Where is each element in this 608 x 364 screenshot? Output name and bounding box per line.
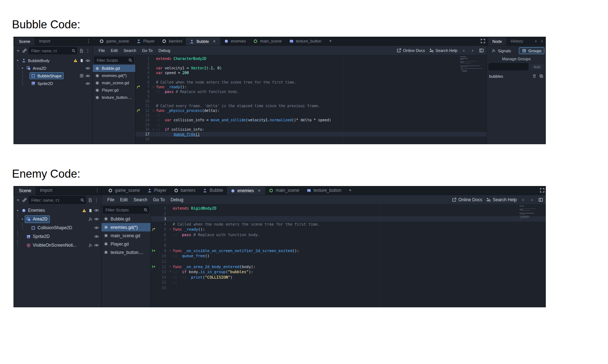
code-line[interactable]: 15»| (151, 280, 546, 285)
code-line[interactable]: 18 (136, 137, 487, 141)
code-editor[interactable]: 1extends CharacterBody2D23var velocity1 … (136, 55, 487, 144)
scene-tree-row[interactable]: BubbleShape (13, 72, 92, 80)
new-tab-button[interactable]: + (325, 37, 336, 45)
code-line[interactable]: 4# Called when the node enters the scene… (151, 222, 546, 227)
script-list-item[interactable]: main_scene.gd (93, 79, 135, 86)
script-list-item[interactable]: enemies.gd(*) (101, 223, 151, 231)
script-list-item[interactable]: Player.gd (93, 86, 135, 94)
forward-icon[interactable]: › (540, 39, 544, 44)
search-help-button[interactable]: Search Help (429, 48, 457, 53)
dots-icon[interactable]: ⋮ (95, 188, 100, 193)
script-list-item[interactable]: enemies.gd(*) (93, 72, 135, 79)
eye-icon[interactable] (94, 243, 99, 248)
override-icon[interactable] (152, 227, 156, 232)
scene-tree-row[interactable]: ▾BubbleBody (13, 57, 92, 64)
code-line[interactable]: 17»|»|queue_free() (136, 132, 487, 137)
trash-icon[interactable] (532, 74, 537, 78)
dock-tab-history[interactable]: History (506, 37, 527, 45)
instance-scene-icon[interactable] (22, 48, 27, 53)
scene-tree-row[interactable]: Sprite2D (13, 80, 92, 87)
scene-tab-texture_button[interactable]: texture_button (303, 186, 345, 195)
script-badge-icon[interactable] (88, 208, 93, 213)
code-line[interactable]: 2 (136, 61, 487, 66)
forward-icon[interactable]: › (470, 48, 475, 53)
panel-toggle-icon[interactable] (538, 197, 543, 202)
eye-icon[interactable] (85, 66, 90, 70)
dots-icon[interactable]: ⋮ (94, 198, 99, 202)
group-row[interactable]: bubbles (487, 72, 546, 80)
add-node-icon[interactable]: + (16, 198, 20, 202)
override-icon[interactable] (136, 108, 141, 113)
code-line[interactable]: 1extends CharacterBody2D (136, 56, 487, 61)
scene-tab-Player[interactable]: Player (133, 37, 158, 45)
signals-tab-button[interactable]: Signals (488, 47, 514, 54)
menu-file[interactable]: File (96, 48, 108, 53)
scene-filter-input[interactable] (29, 196, 86, 204)
menu-go-to[interactable]: Go To (139, 48, 156, 53)
scene-tree-row[interactable]: Sprite2D (13, 232, 101, 241)
code-line[interactable]: 14»|»|print("COLLISION") (151, 275, 546, 280)
copy-icon[interactable] (539, 74, 544, 78)
group-name-input[interactable] (489, 63, 528, 70)
scene-tab-texture_button[interactable]: texture_button (285, 37, 325, 45)
menu-search[interactable]: Search (131, 197, 150, 202)
back-icon[interactable]: ‹ (521, 197, 525, 202)
scene-tab-Bubble[interactable]: Bubble× (186, 37, 220, 45)
code-line[interactable]: 4var speed = 200 (136, 70, 487, 75)
eye-icon[interactable] (94, 234, 99, 239)
scene-tab-barriers[interactable]: barriers (170, 186, 199, 195)
script-list-item[interactable]: texture_button.... (93, 94, 135, 101)
dock-tab-node[interactable]: Node (488, 37, 506, 45)
scene-filter-input[interactable] (29, 47, 77, 54)
eye-icon[interactable] (94, 226, 99, 230)
scene-tab-game_scene[interactable]: game_scene (96, 37, 133, 45)
groups-tab-button[interactable]: Groups (519, 47, 544, 54)
code-editor[interactable]: 1extends RigidBody2D234# Called when the… (151, 205, 546, 307)
close-icon[interactable]: × (257, 189, 261, 193)
code-line[interactable]: 12▾func _on_area_2d_body_entered(body): (151, 264, 546, 270)
expander-icon[interactable]: ▾ (15, 209, 20, 212)
scene-tab-Player[interactable]: Player (144, 186, 170, 195)
signal-badge-icon[interactable] (88, 217, 93, 222)
online-docs-button[interactable]: Online Docs (397, 48, 425, 53)
eye-icon[interactable] (85, 58, 90, 63)
code-line[interactable]: 11 (151, 259, 546, 264)
attach-script-icon[interactable] (79, 48, 84, 53)
scene-tab-main_scene[interactable]: main_scene (249, 37, 285, 45)
expander-icon[interactable]: ▾ (20, 218, 25, 221)
back-icon[interactable]: ‹ (533, 39, 538, 44)
script-list-item[interactable]: Bubble.gd (101, 215, 151, 223)
menu-go-to[interactable]: Go To (150, 197, 168, 202)
code-minimap[interactable] (460, 56, 485, 72)
fold-toggle[interactable]: ▾ (151, 127, 156, 132)
eye-icon[interactable] (94, 208, 99, 213)
online-docs-button[interactable]: Online Docs (452, 197, 482, 202)
dock-tab-import[interactable]: Import (35, 37, 55, 45)
dock-tab-scene[interactable]: Scene (15, 187, 36, 195)
script-list-item[interactable]: Bubble.gd (93, 65, 135, 72)
scene-tab-Bubble[interactable]: Bubble (199, 186, 227, 195)
expander-icon[interactable]: ▾ (20, 66, 25, 70)
code-line[interactable]: 5 (136, 75, 487, 80)
filter-scripts-input[interactable] (103, 206, 149, 214)
code-line[interactable]: 6# Called when the node enters the scene… (136, 80, 487, 85)
code-line[interactable]: 9 (136, 94, 487, 99)
code-line[interactable]: 3 (151, 216, 546, 222)
script-badge-icon[interactable] (79, 58, 84, 63)
close-icon[interactable]: × (212, 39, 217, 44)
signal-connected-icon[interactable] (152, 264, 156, 269)
dock-tab-scene[interactable]: Scene (15, 37, 35, 45)
code-line[interactable]: 14»|var collision_info = move_and_collid… (136, 118, 487, 122)
menu-edit[interactable]: Edit (108, 48, 121, 53)
scene-tree-row[interactable]: VisibleOnScreenNoti... (13, 241, 101, 250)
code-line[interactable]: 16▾»|if collision_info: (136, 127, 487, 132)
code-line[interactable]: 3var velocity1 = Vector2(-1, 0) (136, 66, 487, 70)
code-line[interactable]: 9▾func _on_visible_on_screen_notifier_2d… (151, 248, 546, 254)
back-icon[interactable]: ‹ (461, 48, 466, 53)
scene-tree-row[interactable]: ▾Area2D (13, 64, 92, 72)
menu-file[interactable]: File (104, 197, 117, 202)
add-group-button[interactable]: Add (530, 64, 544, 70)
attach-script-icon[interactable] (88, 198, 92, 202)
forward-icon[interactable]: › (529, 197, 534, 202)
fold-toggle[interactable]: ▾ (168, 227, 173, 232)
